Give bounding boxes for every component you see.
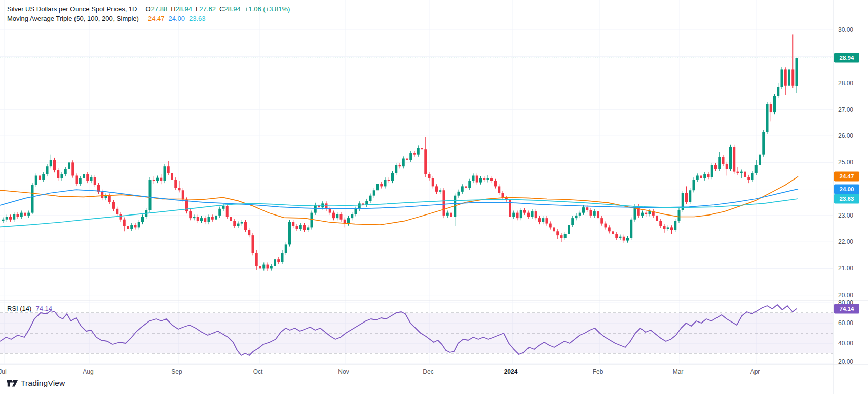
candle (402, 159, 405, 167)
candle (667, 227, 669, 229)
candle (71, 162, 74, 175)
candle (421, 148, 423, 150)
tradingview-logo[interactable]: TradingView (7, 379, 65, 388)
candle (435, 186, 438, 191)
candle (193, 217, 196, 219)
candle (329, 209, 331, 213)
candle (86, 174, 89, 181)
candle (149, 180, 152, 210)
time-axis-label: 2024 (504, 368, 518, 375)
candle (270, 266, 273, 268)
candle (472, 175, 475, 181)
price-axis-label: 21.00 (838, 265, 853, 272)
candle (523, 210, 526, 212)
candle (406, 159, 408, 160)
candle (773, 96, 776, 112)
candle (171, 173, 173, 180)
candle (6, 217, 8, 220)
candle (299, 225, 302, 229)
candle (626, 238, 629, 240)
axis-price-badge: 28.94 (834, 53, 859, 63)
candle (215, 216, 217, 220)
candle (90, 177, 93, 181)
candle (546, 218, 548, 223)
symbol-legend-row[interactable]: Silver US Dollars per Ounce Spot Prices,… (7, 4, 290, 14)
candle (384, 180, 387, 186)
candle (244, 222, 247, 230)
rsi-legend-row[interactable]: RSI (14)74.14 (7, 305, 52, 312)
candle (365, 201, 368, 205)
candle (340, 214, 343, 219)
price-axis-label: 30.00 (838, 26, 853, 33)
candle (83, 174, 85, 178)
candle (248, 230, 250, 235)
candle (134, 225, 137, 227)
price-axis-label: 27.00 (838, 106, 853, 113)
candle (189, 211, 192, 218)
candle (164, 166, 166, 181)
candle (784, 69, 787, 85)
candle (141, 217, 144, 222)
chart-canvas[interactable] (0, 0, 868, 394)
candle (120, 214, 122, 219)
candle (527, 213, 530, 217)
ma-legend-row[interactable]: Moving Average Triple (50, 100, 200, Sim… (7, 14, 290, 23)
ohlc-label: C (219, 5, 224, 13)
candle (770, 104, 772, 112)
axis-price-badge: 74.14 (834, 304, 859, 313)
rsi-value: 74.14 (35, 305, 52, 312)
candle (358, 203, 361, 208)
candle (479, 178, 482, 183)
price-axis-label: 22.00 (838, 238, 853, 245)
candle (267, 265, 269, 269)
candle (127, 226, 129, 229)
price-change: +1.06 (+3.81%) (245, 5, 290, 13)
axis-price-badge: 23.63 (834, 194, 859, 203)
candle (424, 149, 427, 174)
candle (663, 226, 666, 229)
candle (674, 221, 676, 230)
candle (623, 237, 625, 241)
candle (17, 214, 19, 217)
candle (218, 209, 221, 216)
candle (35, 175, 37, 185)
candle (571, 218, 574, 225)
candle (707, 174, 710, 177)
candle (796, 58, 798, 86)
candle (2, 220, 5, 221)
candle (428, 174, 431, 178)
candle (68, 162, 70, 169)
candle (733, 147, 735, 172)
candle (560, 235, 563, 238)
candle (468, 181, 471, 188)
candle (538, 218, 541, 222)
candle (174, 180, 177, 188)
candle (399, 165, 401, 167)
ohlc-value: 27.88 (151, 5, 168, 13)
time-axis-label: Nov (338, 368, 349, 375)
candle (553, 227, 555, 231)
candle (355, 209, 357, 214)
time-axis-label: Feb (593, 368, 603, 375)
ma-value: 24.47 (148, 15, 165, 22)
price-axis-label: 28.00 (838, 80, 853, 87)
candle (204, 218, 206, 222)
candle (498, 186, 500, 193)
candle (296, 226, 298, 229)
candle (605, 224, 607, 228)
candle (336, 214, 338, 218)
time-axis-label: Apr (750, 368, 760, 375)
candle (116, 209, 118, 214)
candle (153, 180, 155, 181)
candle (582, 207, 585, 212)
candles[interactable] (2, 34, 798, 272)
candle (446, 213, 449, 216)
candle (182, 190, 184, 199)
candle (130, 225, 133, 229)
candle (31, 185, 34, 213)
candle (729, 147, 732, 169)
candle (376, 184, 379, 190)
ma-line-100[interactable] (0, 189, 798, 209)
axis-price-badge: 24.00 (834, 184, 859, 194)
candle (659, 221, 662, 226)
